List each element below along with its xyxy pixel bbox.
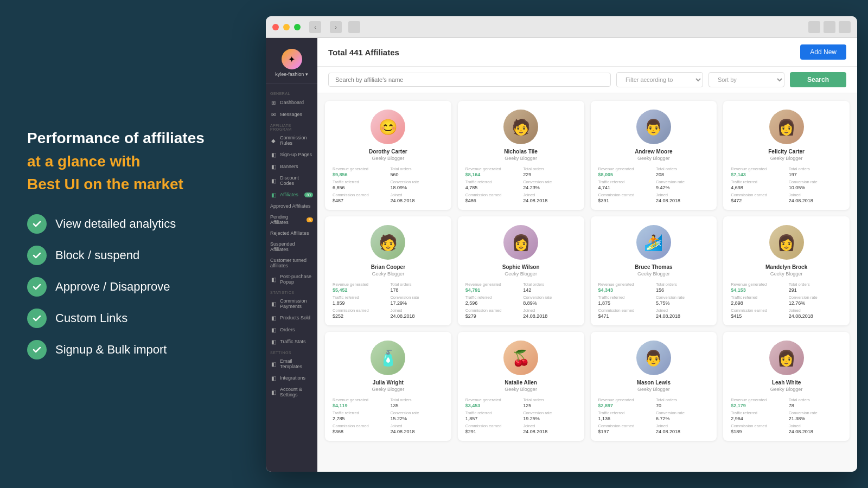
affiliate-role: Geeky Blogger: [770, 156, 803, 161]
search-input[interactable]: [328, 73, 611, 87]
affiliate-card[interactable]: 👩 Felicity Carter Geeky Blogger Revenue …: [723, 101, 850, 210]
affiliate-name: Dorothy Carter: [369, 149, 407, 155]
conversion-stat: Conversion rate 17.29%: [390, 295, 443, 306]
sidebar-item-email-templates[interactable]: ◧ Email Templates: [266, 356, 317, 372]
sidebar-item-approved[interactable]: Approved Affiliates: [266, 201, 317, 211]
sidebar-item-commission-rules[interactable]: ◆ Commission Rules: [266, 132, 317, 149]
orders-stat: Total orders 135: [390, 397, 443, 408]
sidebar-item-products-sold[interactable]: ◧ Products Sold: [266, 312, 317, 324]
sidebar-item-dashboard[interactable]: ⊞ Dashboard: [266, 97, 317, 108]
stats-grid: Revenue generated $4,119 Total orders 13…: [333, 397, 444, 434]
headline1: Performance of affiliates: [27, 129, 239, 148]
affiliate-card[interactable]: 👩 Mandelyn Brock Geeky Blogger Revenue g…: [723, 216, 850, 325]
commission-stat: Commission earned $197: [598, 423, 652, 434]
revenue-stat: Revenue generated $4,153: [731, 282, 784, 293]
sidebar-item-commission-payments[interactable]: ◧ Commission Payments: [266, 296, 317, 312]
filter-select[interactable]: Filter according to: [616, 72, 703, 87]
sidebar-item-label: Integrations: [280, 375, 305, 381]
sidebar-item-orders[interactable]: ◧ Orders: [266, 324, 317, 336]
duplicate-button[interactable]: [824, 21, 835, 33]
orders-stat: Total orders 156: [656, 282, 709, 293]
sidebar-item-post-purchase[interactable]: ◧ Post-purchase Popup: [266, 271, 317, 287]
share-button[interactable]: [808, 21, 820, 33]
affiliate-avatar: 👩: [503, 225, 538, 260]
orders-stat: Total orders 560: [390, 166, 443, 177]
avatar-image: 👩: [503, 225, 538, 260]
sort-select[interactable]: Sort by: [709, 72, 784, 87]
revenue-stat: Revenue generated $9,856: [333, 166, 386, 177]
close-button[interactable]: [272, 24, 279, 30]
sidebar-item-label: Customer turned affiliates: [270, 258, 313, 268]
sidebar-item-discount-codes[interactable]: ◧ Discount Codes: [266, 172, 317, 189]
affiliate-name: Felicity Carter: [768, 149, 805, 155]
affiliate-card[interactable]: 🍒 Natalie Allen Geeky Blogger Revenue ge…: [458, 332, 584, 441]
sidebar-item-affiliates[interactable]: ◧ Affiliates 80: [266, 189, 317, 201]
revenue-stat: Revenue generated $8,164: [465, 166, 519, 177]
back-button[interactable]: ‹: [309, 21, 321, 33]
forward-button[interactable]: ›: [330, 21, 342, 33]
affiliate-card[interactable]: 👩 Leah White Geeky Blogger Revenue gener…: [723, 332, 850, 441]
sidebar-item-label: Traffic Stats: [280, 339, 306, 344]
affiliate-avatar: 👨: [636, 110, 671, 144]
browser-actions: [808, 21, 851, 33]
joined-stat: Joined 24.08.2018: [656, 423, 709, 434]
commission-stat: Commission earned $189: [731, 423, 784, 434]
commission-icon: ◆: [270, 137, 277, 144]
affiliate-avatar: 😊: [371, 110, 405, 144]
affiliate-card[interactable]: 👨 Andrew Moore Geeky Blogger Revenue gen…: [591, 101, 717, 210]
sidebar-item-customer-turned[interactable]: Customer turned affiliates: [266, 255, 317, 271]
sidebar-toggle[interactable]: [348, 21, 360, 33]
traffic-stat: Traffic referred 1,136: [598, 410, 652, 421]
maximize-button[interactable]: [294, 24, 301, 30]
affiliate-avatar: 👩: [769, 341, 804, 375]
joined-stat: Joined 24.08.2018: [523, 308, 576, 319]
orders-stat: Total orders 229: [523, 166, 576, 177]
orders-stat: Total orders 291: [789, 282, 842, 293]
commission-stat: Commission earned $368: [333, 423, 386, 434]
browser-chrome: ‹ ›: [266, 16, 857, 38]
commission-stat: Commission earned $486: [465, 192, 519, 203]
affiliate-card[interactable]: 🏄 Bruce Thomas Geeky Blogger Revenue gen…: [591, 216, 717, 325]
commission-stat: Commission earned $391: [598, 192, 652, 203]
affiliates-grid: 😊 Dorothy Carter Geeky Blogger Revenue g…: [317, 93, 857, 472]
add-tab-button[interactable]: [839, 21, 851, 33]
revenue-stat: Revenue generated $3,453: [465, 397, 519, 408]
sidebar-item-banners[interactable]: ◧ Banners: [266, 160, 317, 172]
sidebar-item-label: Email Templates: [280, 358, 313, 369]
check-icon: [27, 340, 47, 359]
sidebar-item-label: Approved Affiliates: [270, 203, 310, 209]
email-icon: ◧: [270, 361, 277, 367]
commission-stat: Commission earned $252: [333, 308, 386, 319]
affiliate-card[interactable]: 🧑 Nicholas Tile Geeky Blogger Revenue ge…: [458, 101, 584, 210]
affiliate-card[interactable]: 😊 Dorothy Carter Geeky Blogger Revenue g…: [325, 101, 451, 210]
feature-text: View detailed analytics: [55, 217, 176, 231]
affiliate-card[interactable]: 🧴 Julia Wright Geeky Blogger Revenue gen…: [325, 332, 451, 441]
sidebar-item-rejected[interactable]: Rejected Affiliates: [266, 228, 317, 239]
sidebar-item-account-settings[interactable]: ◧ Account & Settings: [266, 384, 317, 400]
revenue-stat: Revenue generated $4,119: [333, 397, 386, 408]
sidebar-item-messages[interactable]: ✉ Messages: [266, 108, 317, 120]
sidebar-item-suspended[interactable]: Suspended Affiliates: [266, 239, 317, 255]
sidebar-item-traffic-stats[interactable]: ◧ Traffic Stats: [266, 336, 317, 348]
affiliate-card[interactable]: 🧑 Brian Cooper Geeky Blogger Revenue gen…: [325, 216, 451, 325]
store-name[interactable]: kylee-fashion ▾: [275, 72, 308, 77]
affiliate-name: Natalie Allen: [505, 380, 537, 386]
sidebar: ✦ kylee-fashion ▾ GENERAL ⊞ Dashboard ✉ …: [266, 38, 317, 472]
minimize-button[interactable]: [283, 24, 290, 30]
sidebar-item-signup-pages[interactable]: ◧ Sign-up Pages: [266, 149, 317, 160]
sidebar-item-integrations[interactable]: ◧ Integrations: [266, 372, 317, 384]
joined-stat: Joined 24.08.2018: [390, 192, 443, 203]
traffic-stat: Traffic referred 4,741: [598, 179, 652, 190]
search-button[interactable]: Search: [790, 72, 846, 87]
add-new-button[interactable]: Add New: [800, 44, 846, 60]
affiliate-card[interactable]: 👨 Mason Lewis Geeky Blogger Revenue gene…: [591, 332, 717, 441]
stats-grid: Revenue generated $5,452 Total orders 17…: [333, 282, 444, 319]
avatar-image: 😊: [371, 110, 405, 144]
signup-pages-icon: ◧: [270, 151, 277, 158]
sidebar-item-pending[interactable]: Pending Affiliates 5: [266, 211, 317, 228]
affiliate-role: Geeky Blogger: [372, 271, 405, 277]
traffic-stat: Traffic referred 2,898: [731, 295, 784, 306]
orders-stat: Total orders 197: [789, 166, 842, 177]
sidebar-logo: ✦ kylee-fashion ▾: [266, 44, 317, 84]
affiliate-card[interactable]: 👩 Sophie Wilson Geeky Blogger Revenue ge…: [458, 216, 584, 325]
